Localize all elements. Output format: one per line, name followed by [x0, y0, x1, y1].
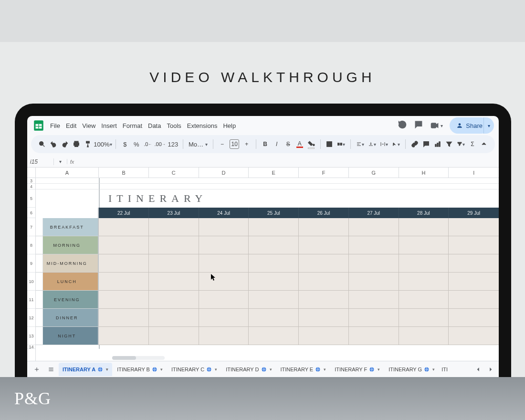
- meet-icon[interactable]: ▾: [430, 121, 443, 130]
- name-box[interactable]: i15: [27, 158, 54, 165]
- grid-cell[interactable]: [349, 254, 399, 273]
- text-color-button[interactable]: A: [294, 138, 305, 150]
- grid-cell[interactable]: [299, 291, 349, 309]
- filter-views-icon[interactable]: ▾: [455, 138, 466, 150]
- grid-cell[interactable]: [349, 218, 399, 236]
- col-header-H[interactable]: H: [399, 168, 449, 178]
- sheet-tab[interactable]: ITINERARY B ▾: [113, 363, 167, 376]
- grid-cell[interactable]: [249, 218, 299, 236]
- grid-cell[interactable]: [199, 327, 249, 345]
- grid-cell[interactable]: [149, 309, 199, 327]
- grid-cell[interactable]: [99, 218, 149, 236]
- grid-cell[interactable]: [249, 273, 299, 291]
- grid-cell[interactable]: [299, 309, 349, 327]
- history-icon[interactable]: [398, 120, 407, 131]
- grid-cell[interactable]: [299, 254, 349, 273]
- slot-label[interactable]: MORNING: [36, 236, 99, 254]
- menu-view[interactable]: View: [82, 122, 95, 129]
- menu-edit[interactable]: Edit: [66, 122, 76, 129]
- v-align-button[interactable]: ▾: [367, 138, 378, 150]
- sheet-tab[interactable]: ITINERARY G ▾: [385, 363, 439, 376]
- currency-button[interactable]: $: [120, 138, 130, 150]
- grid-cell[interactable]: [149, 236, 199, 254]
- grid-cell[interactable]: [449, 218, 499, 236]
- tabs-scroll-left[interactable]: [473, 363, 483, 376]
- italic-button[interactable]: I: [272, 138, 282, 150]
- print-icon[interactable]: [71, 138, 82, 150]
- redo-icon[interactable]: [60, 138, 70, 150]
- wrap-button[interactable]: ▾: [378, 138, 389, 150]
- slot-label[interactable]: LUNCH: [36, 273, 99, 291]
- tabs-scroll-right[interactable]: [485, 363, 496, 376]
- grid-cell[interactable]: [449, 236, 499, 254]
- col-header-G[interactable]: G: [349, 168, 399, 178]
- grid-cell[interactable]: [399, 309, 449, 327]
- sheets-logo-icon[interactable]: [31, 118, 46, 133]
- menu-format[interactable]: Format: [123, 122, 142, 129]
- col-header-I[interactable]: I: [449, 168, 499, 178]
- grid-cell[interactable]: [199, 218, 249, 236]
- grid-cell[interactable]: [199, 236, 249, 254]
- link-icon[interactable]: [410, 138, 420, 150]
- search-menu-icon[interactable]: [37, 138, 47, 150]
- grid-cell[interactable]: [349, 327, 399, 345]
- menu-data[interactable]: Data: [148, 122, 161, 129]
- bold-button[interactable]: B: [260, 138, 271, 150]
- col-header-B[interactable]: B: [99, 168, 149, 178]
- grid-cell[interactable]: [99, 291, 149, 309]
- h-scrollbar-thumb[interactable]: [112, 356, 136, 360]
- grid-cell[interactable]: [299, 327, 349, 345]
- grid-cell[interactable]: [199, 309, 249, 327]
- grid-cell[interactable]: [99, 309, 149, 327]
- grid-cell[interactable]: [299, 236, 349, 254]
- borders-button[interactable]: [324, 138, 335, 150]
- grid-cell[interactable]: [149, 273, 199, 291]
- grid-cell[interactable]: [349, 273, 399, 291]
- undo-icon[interactable]: [48, 138, 59, 150]
- font-select[interactable]: Monts… ▾: [187, 138, 209, 150]
- grid-cell[interactable]: [349, 236, 399, 254]
- menu-extensions[interactable]: Extensions: [187, 122, 218, 129]
- slot-label[interactable]: BREAKFAST: [36, 218, 99, 236]
- slot-label[interactable]: NIGHT: [36, 327, 99, 345]
- slot-label[interactable]: MID-MORNING: [36, 254, 99, 273]
- share-dropdown[interactable]: ▾: [483, 117, 494, 134]
- grid-cell[interactable]: [249, 327, 299, 345]
- grid-cell[interactable]: [99, 236, 149, 254]
- grid-cell[interactable]: [149, 291, 199, 309]
- col-header-A[interactable]: A: [36, 168, 99, 178]
- slot-label[interactable]: EVENING: [36, 291, 99, 309]
- grid-cell[interactable]: [399, 291, 449, 309]
- font-size-plus[interactable]: +: [242, 138, 252, 150]
- grid-cell[interactable]: [399, 327, 449, 345]
- grid-cell[interactable]: [99, 273, 149, 291]
- grid-cell[interactable]: [349, 309, 399, 327]
- insert-comment-icon[interactable]: [421, 138, 431, 150]
- col-header-E[interactable]: E: [249, 168, 299, 178]
- grid-cell[interactable]: [199, 254, 249, 273]
- grid-cell[interactable]: [449, 291, 499, 309]
- grid-cell[interactable]: [399, 236, 449, 254]
- font-size-input[interactable]: 10: [228, 138, 240, 150]
- increase-decimals-button[interactable]: .00→: [154, 138, 166, 150]
- column-headers[interactable]: A B C D E F G H I: [27, 168, 499, 178]
- grid-cell[interactable]: [299, 273, 349, 291]
- grid-cell[interactable]: [249, 236, 299, 254]
- col-header-F[interactable]: F: [299, 168, 349, 178]
- sheet-tab[interactable]: ITINERARY E ▾: [277, 363, 330, 376]
- h-scrollbar[interactable]: [112, 356, 165, 360]
- menu-help[interactable]: Help: [223, 122, 236, 129]
- h-align-button[interactable]: ▾: [355, 138, 366, 150]
- percent-button[interactable]: %: [131, 138, 142, 150]
- slot-label[interactable]: DINNER: [36, 309, 99, 327]
- collapse-toolbar-icon[interactable]: [479, 138, 489, 150]
- sheet-tab[interactable]: ITINERARY C ▾: [168, 363, 221, 376]
- sheet-tab[interactable]: ITINERARY D ▾: [222, 363, 275, 376]
- grid-cell[interactable]: [299, 218, 349, 236]
- grid-cell[interactable]: [149, 327, 199, 345]
- paint-format-icon[interactable]: [83, 138, 93, 150]
- zoom-select[interactable]: 100% ▾: [94, 138, 112, 150]
- functions-button[interactable]: Σ: [467, 138, 478, 150]
- grid-cell[interactable]: [399, 218, 449, 236]
- sheet-tab[interactable]: ITINERARY F ▾: [331, 363, 384, 376]
